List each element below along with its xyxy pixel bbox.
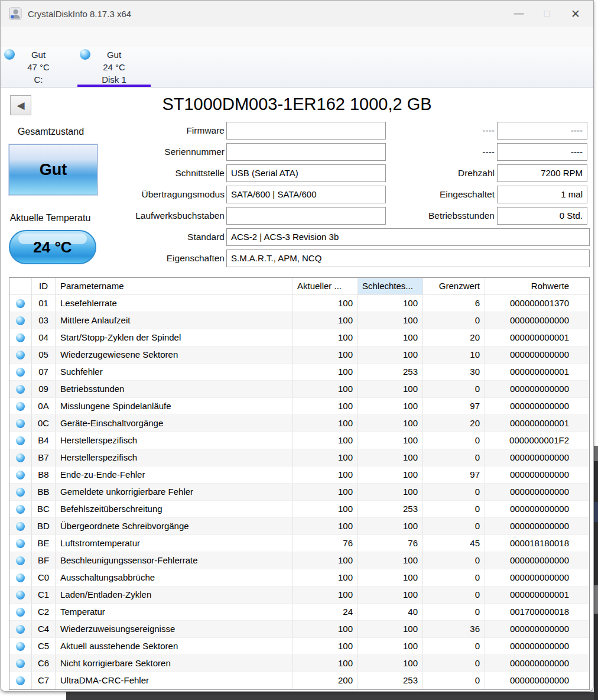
row-threshold-value: 0: [423, 501, 485, 517]
smart-table-row[interactable]: BE Luftstromtemperatur 76 76 45 00001818…: [9, 535, 589, 552]
smart-table-row[interactable]: 0A Misslungene Spindelanläufe 100 100 97…: [9, 398, 589, 415]
smart-table-row[interactable]: C7 UltraDMA-CRC-Fehler 200 253 0 0000000…: [9, 672, 589, 689]
health-orb-icon: [16, 522, 25, 531]
smart-table-row[interactable]: BC Befehlszeitüberschreitung 100 253 0 0…: [9, 501, 589, 518]
info-field-box[interactable]: [226, 143, 386, 161]
row-worst-value: 100: [358, 398, 423, 414]
row-parameter-name: Aktuell ausstehende Sektoren: [56, 638, 293, 654]
info-field-box[interactable]: ----: [497, 143, 587, 161]
raw-column-header[interactable]: Rohwerte: [485, 278, 589, 294]
smart-table-row[interactable]: 04 Start/Stopp-Zyklen der Spindel 100 10…: [9, 329, 589, 346]
info-field-label: Drehzahl: [408, 168, 497, 179]
smart-table-row[interactable]: C1 Laden/Entladen-Zyklen 100 100 0 00000…: [9, 586, 589, 604]
row-worst-value: 253: [358, 364, 423, 380]
row-worst-value: 100: [358, 586, 423, 603]
temperature-indicator[interactable]: 24 °C: [9, 230, 96, 264]
smart-table-row[interactable]: 03 Mittlere Anlaufzeit 100 100 0 0000000…: [9, 312, 589, 329]
app-icon: [9, 7, 22, 20]
row-raw-value: 000018180018: [485, 535, 589, 552]
row-parameter-name: Wiederzugewiesene Sektoren: [56, 346, 293, 363]
smart-table-row[interactable]: C5 Aktuell ausstehende Sektoren 100 100 …: [9, 638, 589, 655]
smart-table-row[interactable]: B8 Ende-zu-Ende-Fehler 100 100 97 000000…: [9, 466, 589, 484]
smart-table-row[interactable]: B4 Herstellerspezifisch 100 100 0 000000…: [9, 432, 589, 449]
window-title: CrystalDiskInfo 8.17.3 x64: [28, 9, 505, 19]
info-field-box[interactable]: 7200 RPM: [497, 164, 587, 182]
smart-table-row[interactable]: BB Gemeldete unkorrigierbare Fehler 100 …: [9, 484, 589, 501]
info-field-row: Betriebsstunden 0 Std.: [408, 207, 590, 225]
info-field-label: Firmware: [89, 125, 226, 136]
health-orb-icon: [16, 488, 25, 497]
close-button[interactable]: ✕: [561, 1, 590, 27]
info-field-box[interactable]: USB (Serial ATA): [226, 164, 386, 182]
health-status-indicator[interactable]: Gut: [9, 144, 98, 195]
row-worst-value: 100: [358, 484, 423, 500]
smart-table-row[interactable]: BF Beschleunigungssensor-Fehlerrate 100 …: [9, 552, 589, 569]
info-field-box[interactable]: SATA/600 | SATA/600: [226, 186, 386, 203]
drive-tab[interactable]: Gut 47 °C C:: [1, 47, 76, 87]
row-current-value: 100: [293, 621, 358, 637]
row-id: B8: [32, 466, 56, 483]
row-parameter-name: Suchfehler: [56, 364, 293, 380]
info-field-box[interactable]: [226, 122, 386, 140]
smart-table-row[interactable]: 05 Wiederzugewiesene Sektoren 100 100 10…: [9, 346, 589, 364]
row-threshold-value: 97: [423, 466, 485, 483]
window-controls: — □ ✕: [505, 1, 593, 27]
drive-tab-temperature: 47 °C: [1, 61, 76, 73]
info-field-label: Laufwerksbuchstaben: [89, 210, 226, 221]
row-worst-value: 100: [358, 432, 423, 449]
info-field-box[interactable]: [226, 207, 386, 225]
health-orb-icon: [16, 659, 25, 668]
info-field-label: Eingeschaltet: [408, 189, 497, 200]
drive-tab[interactable]: Gut 24 °C Disk 1: [76, 47, 152, 87]
row-raw-value: 000000000000: [485, 398, 589, 414]
row-current-value: 100: [293, 346, 358, 363]
row-threshold-value: 0: [423, 518, 485, 534]
smart-table-row[interactable]: BD Übergeordnete Schreibvorgänge 100 100…: [9, 518, 589, 535]
row-id: 01: [32, 295, 56, 312]
drive-tab-name: C:: [1, 73, 76, 86]
health-orb-icon: [16, 505, 25, 514]
row-parameter-name: Übergeordnete Schreibvorgänge: [56, 518, 293, 534]
minimize-button[interactable]: —: [505, 1, 533, 27]
row-current-value: 100: [293, 381, 358, 397]
parameter-column-header[interactable]: Parametername: [56, 278, 293, 294]
info-field-label: Eigenschaften: [89, 253, 226, 264]
info-field-row: Drehzahl 7200 RPM: [408, 164, 590, 182]
row-worst-value: 253: [358, 501, 423, 517]
smart-table-row[interactable]: C2 Temperatur 24 40 0 001700000018: [9, 604, 589, 621]
info-field-box[interactable]: S.M.A.R.T., APM, NCQ: [226, 249, 590, 267]
smart-table-row[interactable]: C0 Ausschaltungsabbrüche 100 100 0 00000…: [9, 569, 589, 586]
row-worst-value: 76: [358, 535, 423, 552]
row-id: 04: [32, 329, 56, 346]
threshold-column-header[interactable]: Grenzwert: [423, 278, 485, 294]
id-column-header[interactable]: ID: [32, 278, 56, 294]
info-field-row: ---- ----: [408, 122, 590, 140]
smart-table-row[interactable]: 09 Betriebsstunden 100 100 0 00000000000…: [9, 381, 589, 398]
smart-table-row[interactable]: 0C Geräte-Einschaltvorgänge 100 100 20 0…: [9, 415, 589, 432]
smart-table-row[interactable]: 01 Lesefehlerrate 100 100 6 000000001370: [9, 295, 589, 312]
row-id: BD: [32, 518, 56, 534]
health-orb-icon: [16, 625, 25, 634]
row-id: C6: [32, 655, 56, 672]
row-parameter-name: UltraDMA-CRC-Fehler: [56, 672, 293, 689]
row-status-cell: [9, 346, 32, 363]
health-orb-icon: [16, 436, 25, 445]
smart-table-row[interactable]: C4 Wiederzuweisungsereignisse 100 100 36…: [9, 621, 589, 638]
row-status-cell: [9, 552, 32, 569]
row-id: C1: [32, 586, 56, 603]
worst-column-header[interactable]: Schlechtes...: [358, 278, 423, 294]
smart-table-row[interactable]: B7 Herstellerspezifisch 100 100 0 000000…: [9, 449, 589, 466]
smart-table-row[interactable]: C6 Nicht korrigierbare Sektoren 100 100 …: [9, 655, 589, 672]
row-worst-value: 100: [358, 552, 423, 569]
info-field-box[interactable]: 1 mal: [497, 186, 587, 203]
maximize-button[interactable]: □: [533, 1, 561, 27]
status-column-header[interactable]: [9, 278, 32, 294]
row-parameter-name: Befehlszeitüberschreitung: [56, 501, 293, 517]
current-column-header[interactable]: Aktueller ...: [293, 278, 358, 294]
row-worst-value: 100: [358, 381, 423, 397]
info-field-box[interactable]: ACS-2 | ACS-3 Revision 3b: [226, 228, 590, 246]
smart-table-row[interactable]: 07 Suchfehler 100 253 30 000000000001: [9, 364, 589, 381]
health-orb-icon: [16, 591, 25, 599]
info-field-box[interactable]: 0 Std.: [497, 207, 587, 225]
info-field-box[interactable]: ----: [497, 122, 587, 140]
